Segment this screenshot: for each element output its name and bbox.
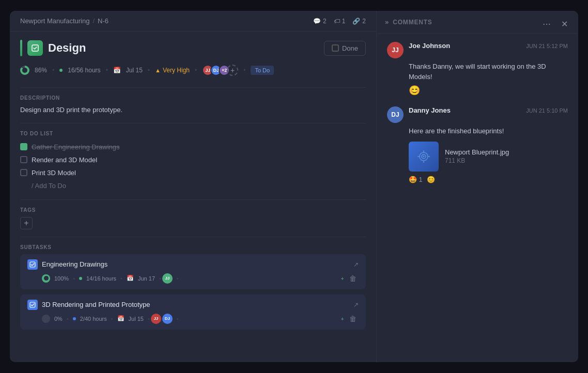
s2-sep4: • (177, 316, 179, 322)
subtask-1-date: Jun 17 (138, 275, 155, 282)
todo-text-2: Render and 3D Model (32, 156, 97, 164)
s2-cal-icon: 📅 (117, 315, 125, 322)
subtask-2-link[interactable]: ↗ (353, 301, 359, 308)
subtask-2-title: 3D Rendering and Printed Prototype (42, 301, 349, 308)
reaction-starry-eyes[interactable]: 🤩 1 (409, 176, 423, 183)
comments-panel: » COMMENTS JJ Joe Johnson JUN 21 5:12 PM (377, 11, 578, 362)
subtask-1-avatar: JJ (162, 273, 173, 284)
subtask-2-date: Jul 15 (129, 316, 144, 322)
todo-item-2: Render and 3D Model (20, 153, 366, 166)
task-date: Jul 15 (126, 67, 143, 74)
subtask-2: 3D Rendering and Printed Prototype ↗ 0% … (20, 294, 366, 330)
comment-2-header: DJ Danny Jones JUN 21 5:10 PM (387, 106, 568, 123)
top-bar-actions: 💬 2 🏷 1 🔗 2 (313, 18, 366, 25)
svg-point-5 (423, 156, 425, 157)
attachment: Newport Blueprint.jpg 711 KB (387, 142, 568, 172)
tags-row: + (20, 217, 366, 229)
subtask-2-avatar-1: JJ (151, 314, 161, 324)
s2-sep1: • (67, 316, 69, 322)
subtask-1-delete[interactable]: 🗑 (347, 273, 359, 284)
s1-sep3: • (159, 275, 161, 282)
comment-1-time: JUN 21 5:12 PM (526, 43, 568, 49)
subtasks-section: SUBTASKS Engineering Drawings ↗ (10, 237, 376, 330)
subtask-1-title: Engineering Drawings (42, 260, 349, 268)
comment-1-emoji[interactable]: 😊 (387, 85, 568, 96)
breadcrumb-id[interactable]: N-6 (98, 17, 109, 25)
s1-sep2: • (120, 275, 122, 282)
breadcrumb-sep: / (92, 17, 95, 25)
comment-2-text: Here are the finished blueprints! (387, 126, 568, 136)
s1-cal-icon: 📅 (127, 275, 134, 282)
meta-sep-4: • (195, 67, 197, 74)
todo-checkbox-3[interactable] (20, 169, 27, 176)
subtask-2-hours: 2/40 hours (80, 316, 107, 322)
tags-icon: 🏷 (334, 18, 340, 25)
add-todo[interactable]: / Add To Do (20, 179, 366, 192)
tags-count: 1 (342, 18, 346, 25)
comments-body: JJ Joe Johnson JUN 21 5:12 PM Thanks Dan… (377, 34, 578, 362)
comment-2-reactions: 🤩 1 😊 (387, 176, 568, 183)
subtask-1-progress: 100% (54, 275, 69, 282)
s1-sep4: • (177, 275, 179, 282)
close-modal-button[interactable]: ✕ (558, 18, 571, 30)
collapse-panel-button[interactable]: » (385, 18, 389, 26)
task-accent (20, 40, 22, 56)
done-button[interactable]: Done (324, 41, 366, 56)
comment-1-meta: Joe Johnson JUN 21 5:12 PM (409, 42, 568, 50)
comment-2-author: Danny Jones (409, 106, 451, 114)
attachment-size: 711 KB (445, 157, 509, 164)
todo-text-3: Print 3D Model (32, 169, 76, 177)
task-icon (27, 40, 43, 56)
status-badge[interactable]: To Do (251, 66, 274, 75)
comments-action[interactable]: 💬 2 (313, 18, 327, 25)
subtask-1-progress-circle (42, 274, 50, 283)
subtask-1-hours: 14/16 hours (86, 275, 116, 282)
done-label: Done (342, 44, 358, 52)
modal-controls: ⋯ ✕ (539, 18, 571, 30)
links-count: 2 (362, 18, 366, 25)
subtask-2-avatar-2: DJ (162, 314, 173, 324)
priority-badge[interactable]: ▲ Very High (155, 67, 190, 74)
more-options-button[interactable]: ⋯ (539, 18, 554, 30)
avatar-add[interactable]: + (227, 65, 238, 76)
subtask-2-actions: + 🗑 (341, 313, 359, 324)
comment-2-avatar: DJ (387, 106, 404, 123)
avatar-group: JJ DJ +2 + (202, 65, 238, 76)
progress-pct: 86% (35, 67, 47, 74)
todo-text-1: Gather Engineering Drawings (32, 143, 120, 151)
subtask-1-icon (27, 259, 38, 270)
calendar-icon: 📅 (113, 67, 121, 74)
hours-dot (59, 69, 63, 72)
subtask-2-progress-circle (42, 315, 50, 323)
subtask-1-header: Engineering Drawings ↗ (27, 259, 359, 270)
todo-checkbox-2[interactable] (20, 156, 27, 163)
subtask-2-header: 3D Rendering and Printed Prototype ↗ (27, 300, 359, 310)
add-assignee-icon[interactable]: + (341, 275, 344, 282)
subtask-2-meta: 0% • 2/40 hours • 📅 Jul 15 • JJ DJ • + (27, 313, 359, 324)
priority-label: Very High (163, 67, 190, 74)
tags-action[interactable]: 🏷 1 (334, 18, 346, 25)
task-header: Design Done (10, 32, 376, 60)
meta-row: 86% • 16/56 hours • 📅 Jul 15 • ▲ Very Hi… (10, 60, 376, 80)
todo-section: TO DO LIST Gather Engineering Drawings R… (10, 123, 376, 192)
breadcrumb-project[interactable]: Newport Manufacturing (20, 17, 89, 25)
description-text: Design and 3D print the prototype. (20, 105, 366, 116)
description-label: DESCRIPTION (20, 95, 366, 101)
todo-complete-indicator-1[interactable] (20, 143, 27, 150)
subtask-2-delete[interactable]: 🗑 (347, 313, 359, 324)
subtask-2-icon (27, 300, 38, 310)
comment-1-avatar: JJ (387, 42, 404, 58)
top-bar: Newport Manufacturing / N-6 💬 2 🏷 1 🔗 (10, 11, 376, 32)
attachment-thumb[interactable] (409, 142, 439, 172)
comments-icon: 💬 (313, 18, 321, 25)
add-todo-placeholder: / Add To Do (32, 182, 66, 190)
meta-sep-5: • (243, 67, 245, 74)
breadcrumb: Newport Manufacturing / N-6 (20, 17, 309, 25)
add-reaction-button[interactable]: 😊 (427, 176, 435, 183)
subtask-1-link[interactable]: ↗ (353, 261, 359, 268)
hours-label: 16/56 hours (68, 67, 100, 74)
links-action[interactable]: 🔗 2 (352, 18, 366, 25)
links-icon: 🔗 (352, 18, 360, 25)
add-assignee-2-icon[interactable]: + (341, 316, 344, 322)
add-tag-button[interactable]: + (20, 217, 33, 229)
